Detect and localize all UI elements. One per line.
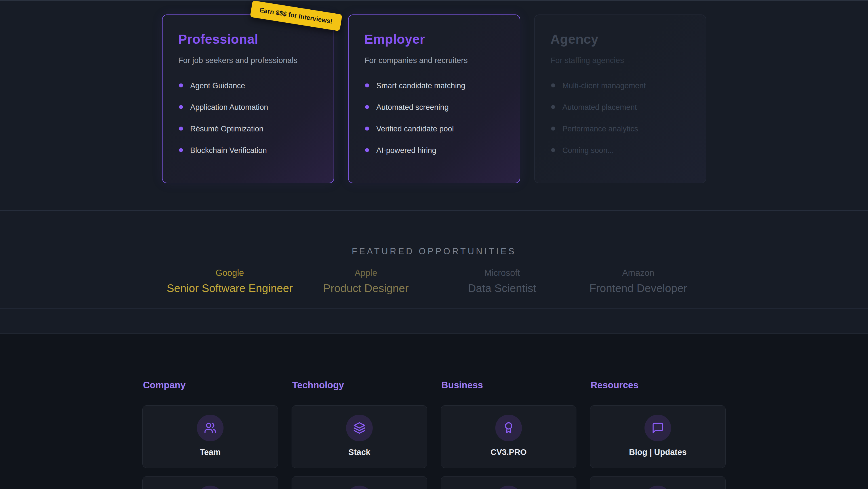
footer-card-partial[interactable]: [441, 476, 577, 489]
featured-opportunities-section: FEATURED OPPORTUNITIES Google Senior Sof…: [0, 210, 868, 308]
footer-card-label: CV3.PRO: [441, 448, 576, 457]
footer-card-partial[interactable]: [143, 476, 278, 489]
plan-feature: AI-powered hiring: [365, 146, 504, 155]
footer-card-stack[interactable]: Stack: [291, 405, 427, 468]
plan-description: For companies and recruiters: [365, 56, 504, 65]
footer-card-label: Team: [143, 448, 278, 457]
featured-job-apple: Apple Product Designer: [298, 268, 434, 295]
plan-card-agency: Agency For staffing agencies Multi-clien…: [534, 15, 706, 183]
footer-column-heading: Company: [143, 380, 278, 391]
featured-heading: FEATURED OPPORTUNITIES: [0, 246, 868, 257]
footer-card-partial[interactable]: [291, 476, 427, 489]
layers-icon: [346, 415, 373, 441]
pricing-section: Earn $$$ for Interviews! Professional Fo…: [0, 0, 868, 210]
plan-feature: Agent Guidance: [179, 82, 318, 90]
footer-column-heading: Technology: [292, 380, 427, 391]
job-title: Data Scientist: [434, 282, 570, 295]
plan-description: For job seekers and professionals: [179, 56, 318, 65]
plan-feature-list: Agent Guidance Application Automation Ré…: [179, 82, 318, 155]
hidden-icon: [645, 486, 671, 489]
featured-job-google: Google Senior Software Engineer: [162, 268, 298, 295]
footer-card-label: Stack: [292, 448, 427, 457]
plan-title: Employer: [365, 31, 504, 47]
plan-feature: Coming soon...: [551, 146, 690, 155]
hidden-icon: [346, 486, 373, 489]
plan-description: For staffing agencies: [551, 56, 690, 65]
job-title: Frontend Developer: [570, 282, 706, 295]
job-title: Product Designer: [298, 282, 434, 295]
footer-column-resources: Resources Blog | Updates: [590, 380, 725, 489]
plan-cards-row: Professional For job seekers and profess…: [0, 1, 868, 183]
message-icon: [645, 415, 671, 441]
featured-jobs-row: Google Senior Software Engineer Apple Pr…: [162, 268, 706, 295]
plan-feature: Performance analytics: [551, 124, 690, 134]
plan-card-employer[interactable]: Employer For companies and recruiters Sm…: [348, 15, 520, 183]
plan-card-professional[interactable]: Professional For job seekers and profess…: [162, 15, 334, 183]
footer-card-team[interactable]: Team: [143, 405, 278, 468]
job-title: Senior Software Engineer: [162, 282, 298, 295]
award-icon: [495, 415, 522, 441]
footer-column-heading: Resources: [591, 380, 725, 391]
job-company: Amazon: [570, 268, 706, 278]
footer-column-heading: Business: [441, 380, 577, 391]
plan-feature-list: Smart candidate matching Automated scree…: [365, 82, 504, 155]
plan-feature: Multi-client management: [551, 82, 690, 90]
users-icon: [197, 415, 223, 441]
featured-job-microsoft: Microsoft Data Scientist: [434, 268, 570, 295]
footer-card-label: Blog | Updates: [590, 448, 725, 457]
job-company: Microsoft: [434, 268, 570, 278]
plan-feature: Blockchain Verification: [179, 146, 318, 155]
plan-feature: Résumé Optimization: [179, 124, 318, 134]
plan-feature-list: Multi-client management Automated placem…: [551, 82, 690, 155]
footer-card-cv3pro[interactable]: CV3.PRO: [441, 405, 577, 468]
section-divider-band: [0, 308, 868, 334]
footer: Company Team Technology: [0, 334, 868, 489]
plan-feature: Automated screening: [365, 103, 504, 112]
plan-feature: Automated placement: [551, 103, 690, 112]
hidden-icon: [197, 486, 223, 489]
footer-column-business: Business CV3.PRO: [441, 380, 577, 489]
footer-columns: Company Team Technology: [143, 380, 725, 489]
footer-column-company: Company Team: [143, 380, 278, 489]
hidden-icon: [495, 486, 522, 489]
plan-title: Agency: [551, 31, 690, 47]
plan-feature: Verified candidate pool: [365, 124, 504, 134]
plan-feature: Smart candidate matching: [365, 82, 504, 90]
footer-column-technology: Technology Stack: [291, 380, 427, 489]
footer-card-partial[interactable]: [590, 476, 725, 489]
featured-job-amazon: Amazon Frontend Developer: [570, 268, 706, 295]
job-company: Apple: [298, 268, 434, 278]
plan-feature: Application Automation: [179, 103, 318, 112]
job-company: Google: [162, 268, 298, 278]
plan-title: Professional: [179, 31, 318, 47]
footer-card-blog[interactable]: Blog | Updates: [590, 405, 725, 468]
